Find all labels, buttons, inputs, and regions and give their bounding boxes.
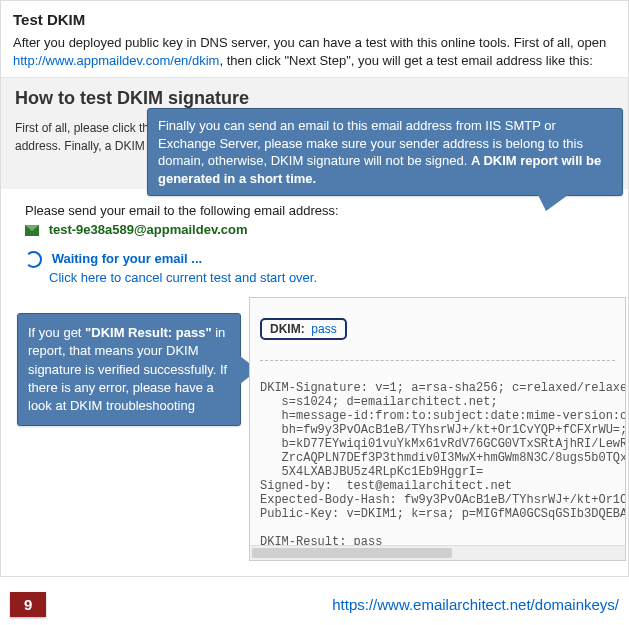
section-title: Test DKIM <box>13 11 616 28</box>
scrollbar-thumb[interactable] <box>252 548 452 558</box>
rpt-l4: bh=fw9y3PvOAcB1eB/TYhsrWJ+/kt+Or1CvYQP+f… <box>260 423 626 437</box>
horizontal-scrollbar[interactable] <box>250 545 625 560</box>
rpt-l8: Signed-by: test@emailarchitect.net <box>260 479 512 493</box>
callout2-bold: "DKIM Result: pass" <box>85 325 211 340</box>
rpt-l3: h=message-id:from:to:subject:date:mime-v… <box>260 409 626 423</box>
dkim-label: DKIM: <box>270 322 305 336</box>
dkim-report-panel: DKIM: pass DKIM-Signature: v=1; a=rsa-sh… <box>249 297 626 561</box>
intro-text-after: , then click "Next Step", you will get a… <box>219 53 592 68</box>
callout1-tail <box>538 195 568 211</box>
callout2-t1: If you get <box>28 325 85 340</box>
dkim-value: pass <box>311 322 336 336</box>
rpt-l1: DKIM-Signature: v=1; a=rsa-sha256; c=rel… <box>260 381 626 395</box>
test-email-address: test-9e38a589@appmaildev.com <box>49 222 248 237</box>
howto-heading: How to test DKIM signature <box>15 88 614 109</box>
cancel-link[interactable]: Click here to cancel current test and st… <box>49 270 614 285</box>
spinner-icon <box>25 251 42 268</box>
rpt-l7: 5X4LXABJBU5z4RLpKc1Eb9HggrI= <box>260 465 483 479</box>
rpt-l9: Expected-Body-Hash: fw9y3PvOAcB1eB/TYhsr… <box>260 493 626 507</box>
page-number-badge: 9 <box>10 592 46 617</box>
callout-result-tip: If you get "DKIM Result: pass" in report… <box>17 313 241 426</box>
waiting-text: Waiting for your email ... <box>52 251 202 266</box>
report-divider <box>260 360 615 361</box>
rpt-l10: Public-Key: v=DKIM1; k=rsa; p=MIGfMA0GCS… <box>260 507 626 521</box>
callout-instructions: Finally you can send an email to this em… <box>147 108 623 196</box>
footer-url[interactable]: https://www.emailarchitect.net/domainkey… <box>332 596 619 613</box>
rpt-l2: s=s1024; d=emailarchitect.net; <box>260 395 498 409</box>
tool-link[interactable]: http://www.appmaildev.com/en/dkim <box>13 53 219 68</box>
dkim-status-box: DKIM: pass <box>260 318 347 340</box>
send-prompt: Please send your email to the following … <box>25 203 614 218</box>
rpt-l5: b=kD77EYwiqi01vuYkMx61vRdV76GCG0VTxSRtAj… <box>260 437 626 451</box>
intro-paragraph: After you deployed public key in DNS ser… <box>13 34 616 69</box>
mail-icon <box>25 225 39 236</box>
intro-text-before: After you deployed public key in DNS ser… <box>13 35 606 50</box>
rpt-l6: ZrcAQPLN7DEf3P3thmdiv0I3MwX+hmGWm8N3C/8u… <box>260 451 626 465</box>
